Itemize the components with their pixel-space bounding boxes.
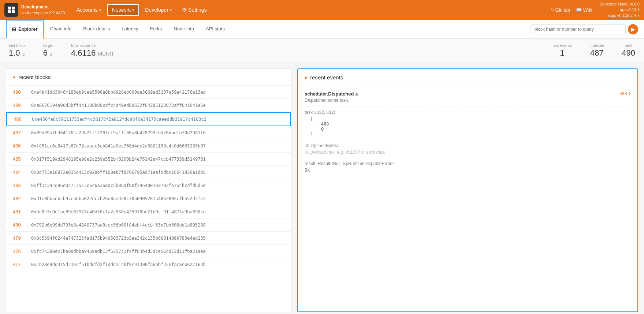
block-row[interactable]: 486 0xf851cc6c8417c67d72caacc3cb841e0ec7… (6, 139, 291, 153)
block-number: 486 (13, 143, 31, 149)
version-line2: api v8.13.1 (600, 7, 640, 12)
recent-events-title: ● recent events (305, 74, 631, 81)
total-issuance-label: total issuance (71, 43, 96, 48)
accounts-menu[interactable]: Accounts ▾ (72, 5, 105, 15)
tab-forks-label: Forks (150, 26, 162, 31)
tab-chain-info[interactable]: Chain info (45, 20, 77, 39)
tab-api-stats-label: API stats (206, 26, 225, 31)
block-hash: 0x89d39a1b3641761a2db21f17281ef9a1ff80a8… (31, 130, 206, 135)
block-row[interactable]: 490 0xe4b41db3046f183eb9cee5590a8bbd928e… (6, 86, 291, 99)
event-field-result: result: Result<Null, SpRuntimeDispatchEr… (305, 158, 631, 176)
tab-block-details[interactable]: Block details (78, 20, 115, 39)
block-hash: 0xd1e0bb5ebcb97ca6ba022dc7b26c8ea358c70b… (31, 196, 206, 201)
settings-label: Settings (188, 7, 207, 13)
developer-menu[interactable]: Developer ▾ (141, 5, 176, 15)
tab-node-info[interactable]: Node info (168, 20, 199, 39)
wiki-label: Wiki (583, 7, 592, 13)
nav-links: ⑂ GitHub 📖 Wiki (551, 7, 592, 13)
accounts-label: Accounts (77, 7, 98, 13)
event-id: 488-1 (619, 91, 631, 96)
finalized-value: 487 (590, 48, 604, 58)
developer-arrow: ▾ (170, 8, 172, 12)
block-number: 477 (13, 262, 31, 267)
tab-node-info-label: Node info (174, 26, 194, 31)
block-hash: 0xa8676194a90d3bff441108b09cdfc4d49ed806… (31, 103, 206, 108)
block-row[interactable]: 480 0x792b6e99dd703e8a4240737aa8ccc56b00… (6, 218, 291, 232)
block-number: 489 (13, 102, 31, 108)
block-row[interactable]: 478 0xfc74380ec7be08dbba9469adb13f5257c2… (6, 245, 291, 258)
block-hash: 0x8c5594f0244a747325fad175b949503723b3ae… (31, 236, 206, 241)
block-row[interactable]: 482 0xd1e0bb5ebcb97ca6ba022dc7b26c8ea358… (6, 192, 291, 205)
block-hash: 0x1b28e9dd415d23e2f51bddfd2f1ddda14bf9c9… (31, 262, 206, 267)
field-task-value: [ 488 0] (305, 116, 631, 137)
stats-right: last events 1 finalized 487 best 490 (552, 43, 635, 58)
block-row[interactable]: 484 0x0d773e18872e015d413c929bff108eb7fd… (6, 166, 291, 179)
tab-explorer-label: Explorer (18, 26, 38, 32)
developer-label: Developer (145, 7, 168, 13)
orange-dot-events: ● (305, 75, 307, 80)
field-id-placeholder: 0x prefixed hex, e.g. 0x1234 or ascii da… (305, 150, 631, 155)
github-label: GitHub (555, 7, 570, 13)
block-hash: 0xf851cc6c8417c67d72caacc3cb841e0ec760d4… (31, 143, 206, 149)
block-hash: 0xff3c392d86e0c717513c6c6a368ac5b86af80f… (31, 183, 206, 188)
last-block-label: last block (9, 43, 26, 48)
orange-dot-blocks: ● (13, 75, 15, 80)
event-field-id: id: Option<Bytes> 0x prefixed hex, e.g. … (305, 140, 631, 158)
recent-blocks-title: recent blocks (18, 74, 51, 80)
search-input[interactable] (531, 24, 626, 34)
tab-forks[interactable]: Forks (145, 20, 167, 39)
tab-explorer[interactable]: ⊞ Explorer (6, 20, 44, 39)
block-hash: 0x817f519ad2948195e98e2c239e552bf0200b24… (31, 157, 206, 162)
settings-menu[interactable]: ⚙ Settings (178, 5, 211, 15)
block-hash: 0xe4b41db3046f183eb9cee5590a8bbd928eb000… (31, 90, 206, 95)
tab-api-stats[interactable]: API stats (201, 20, 230, 39)
stat-target: target 6 s (43, 43, 53, 58)
recent-events-title-text: recent events (310, 74, 343, 81)
best-value: 490 (622, 48, 635, 58)
top-navigation: Development node-template/102 #490 Accou… (0, 0, 644, 20)
block-row[interactable]: 481 0xdc8e3c9e1ae89e62927c40df0c1a2c558c… (6, 205, 291, 218)
recent-events-panel: ● recent events scheduler.Dispatched ▲ 4… (297, 68, 638, 312)
block-row[interactable]: 485 0x817f519ad2948195e98e2c239e552bf020… (6, 153, 291, 166)
block-row[interactable]: 477 0x1b28e9dd415d23e2f51bddfd2f1ddda14b… (6, 258, 291, 271)
finalized-label: finalized (589, 43, 604, 48)
svg-rect-0 (8, 7, 11, 10)
stat-last-events: last events 1 (552, 43, 572, 58)
field-id-label: id: Option<Bytes> (305, 143, 631, 148)
block-row[interactable]: 487 0x89d39a1b3641761a2db21f17281ef9a1ff… (6, 126, 291, 139)
brand-logo[interactable] (4, 3, 18, 17)
target-value: 6 s (43, 48, 52, 58)
block-hash: 0x792b6e99dd703e8a4240737aa8ccc56b00f84e… (31, 223, 206, 228)
block-row[interactable]: 489 0xa8676194a90d3bff441108b09cdfc4d49e… (6, 99, 291, 112)
svg-rect-3 (12, 10, 15, 13)
block-row[interactable]: 483 0xff3c392d86e0c717513c6c6a368ac5b86a… (6, 179, 291, 192)
best-label: best (625, 43, 632, 48)
event-collapse-btn[interactable]: ▲ (354, 90, 360, 97)
github-link[interactable]: ⑂ GitHub (551, 7, 570, 13)
block-number: 480 (13, 222, 31, 228)
block-number: 482 (13, 196, 31, 201)
field-task-label: task: (u32, u32) (305, 110, 631, 115)
svg-rect-1 (12, 7, 15, 10)
tab-latency[interactable]: Latency (116, 20, 144, 39)
stat-finalized: finalized 487 (589, 43, 604, 58)
network-menu[interactable]: Network ▾ (107, 4, 139, 16)
block-hash: 0x0d773e18872e015d413c929bff108eb7fd7067… (31, 170, 206, 175)
version-info: Substrate Node v4.0.0 api v8.13.1 apps v… (600, 1, 640, 18)
blocks-list: 490 0xe4b41db3046f183eb9cee5590a8bbd928e… (6, 86, 291, 271)
event-desc: Dispatched some task. (305, 98, 631, 103)
explorer-icon: ⊞ (12, 26, 16, 32)
event-field-task: task: (u32, u32) [ 488 0] (305, 106, 631, 140)
tab-chain-info-label: Chain info (50, 26, 72, 31)
recent-blocks-header: ● recent blocks (6, 69, 291, 86)
network-label: Network (112, 7, 131, 13)
stat-last-block: last block 1.0 s (9, 43, 26, 58)
block-row[interactable]: 479 0x8c5594f0244a747325fad175b949503723… (6, 232, 291, 245)
main-content: ● recent blocks 490 0xe4b41db3046f183eb9… (0, 63, 644, 314)
recent-blocks-panel: ● recent blocks 490 0xe4b41db3046f183eb9… (6, 68, 291, 312)
accounts-arrow: ▾ (99, 8, 101, 12)
wiki-link[interactable]: 📖 Wiki (576, 7, 592, 13)
block-row[interactable]: 488 0xe450fa6c79111753adf4c38178f2a812fd… (6, 112, 291, 126)
search-button[interactable]: ▶ (628, 24, 638, 34)
secondary-navigation: ⊞ Explorer Chain info Block details Late… (0, 20, 644, 39)
